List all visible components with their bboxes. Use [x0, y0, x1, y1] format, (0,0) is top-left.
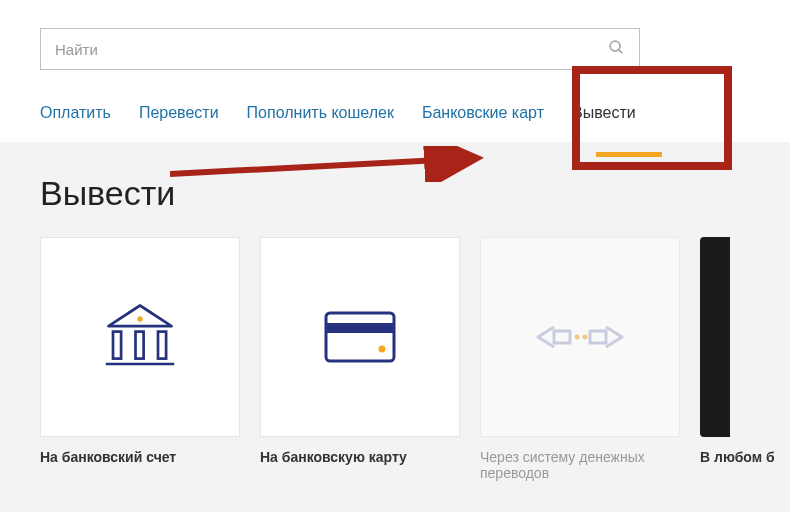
card-bank-card[interactable] — [260, 237, 460, 437]
svg-rect-8 — [326, 313, 394, 361]
card-bank-account[interactable] — [40, 237, 240, 437]
nav-withdraw[interactable]: Вывести — [572, 104, 636, 122]
nav-pay[interactable]: Оплатить — [40, 104, 111, 122]
card-bank-card-label: На банковскую карту — [260, 449, 460, 465]
search-icon[interactable] — [608, 39, 625, 60]
credit-card-icon — [324, 311, 396, 363]
nav-topup[interactable]: Пополнить кошелек — [247, 104, 394, 122]
search-input[interactable] — [55, 41, 608, 58]
svg-rect-5 — [136, 332, 144, 359]
svg-rect-9 — [326, 323, 394, 333]
svg-point-11 — [575, 335, 580, 340]
page-title: Вывести — [40, 174, 790, 213]
search-bar[interactable] — [40, 28, 640, 70]
withdraw-options: На банковский счет На банковскую карту — [40, 237, 790, 481]
svg-point-3 — [137, 316, 142, 321]
svg-rect-4 — [113, 332, 121, 359]
nav-cards[interactable]: Банковские карт — [422, 104, 544, 122]
active-tab-underline — [596, 152, 662, 157]
svg-point-10 — [379, 346, 386, 353]
card-money-transfer-label: Через систему денежных переводов — [480, 449, 680, 481]
card-bank-account-label: На банковский счет — [40, 449, 240, 465]
card-any-label: В любом б — [700, 449, 760, 465]
svg-point-0 — [610, 41, 620, 51]
card-money-transfer — [480, 237, 680, 437]
svg-point-12 — [583, 335, 588, 340]
nav-transfer[interactable]: Перевести — [139, 104, 219, 122]
card-any-partial[interactable] — [700, 237, 730, 437]
bank-building-icon — [95, 292, 185, 382]
svg-line-1 — [619, 49, 623, 53]
svg-rect-6 — [158, 332, 166, 359]
nav-tabs: Оплатить Перевести Пополнить кошелек Бан… — [40, 104, 750, 142]
transfer-arrows-icon — [530, 307, 630, 367]
